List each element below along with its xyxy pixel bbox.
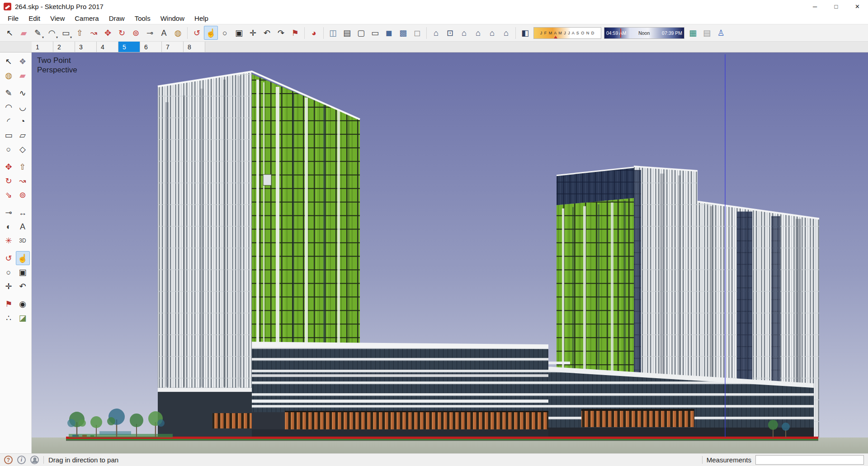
left-view-icon[interactable]: ⌂ (499, 26, 513, 40)
text-tool-icon[interactable]: A (16, 219, 30, 233)
arc-tool-icon-dropdown-caret-icon[interactable]: ▾ (56, 35, 58, 39)
hidden-line-style-icon[interactable]: ▭ (368, 26, 382, 40)
offset-tool-icon[interactable]: ⊚ (129, 26, 143, 40)
menu-view[interactable]: View (45, 13, 70, 24)
right-view-icon[interactable]: ⌂ (471, 26, 485, 40)
protractor-tool-icon[interactable]: ◐ (2, 219, 16, 233)
account-avatar-icon[interactable] (30, 456, 39, 464)
scene-tab-1[interactable]: 1 (32, 42, 53, 52)
viewport-3d-canvas[interactable] (32, 52, 868, 453)
scene-tab-8[interactable]: 8 (184, 42, 205, 52)
shadow-time-slider[interactable]: 04:59 AM Noon 07:39 PM (604, 27, 684, 39)
shadow-date-marker-icon[interactable] (554, 36, 557, 38)
back-edges-style-icon[interactable]: ▤ (340, 26, 354, 40)
orbit-tool-icon[interactable]: ↺ (2, 251, 16, 265)
scene-tab-4[interactable]: 4 (97, 42, 118, 52)
move-tool-icon[interactable]: ✥ (101, 26, 115, 40)
tape-measure-tool-icon[interactable]: ⊸ (2, 205, 16, 219)
walk-tool-icon[interactable]: ∴ (2, 311, 16, 325)
previous-view-icon[interactable]: ↶ (260, 26, 274, 40)
minimize-button[interactable]: ─ (804, 0, 826, 13)
rotate-tool-icon[interactable]: ↻ (2, 174, 16, 188)
freehand-tool-icon[interactable]: ∿ (16, 86, 30, 100)
menu-help[interactable]: Help (189, 13, 213, 24)
scene-tab-5[interactable]: 5 (118, 42, 140, 52)
wireframe-style-icon[interactable]: ▢ (354, 26, 368, 40)
position-camera-icon[interactable]: ⚑ (2, 297, 16, 311)
geolocation-icon[interactable]: ▦ (686, 26, 700, 40)
rectangle-tool-icon-dropdown-caret-icon[interactable]: ▾ (70, 35, 72, 39)
scene-tab-6[interactable]: 6 (140, 42, 162, 52)
rectangle-tool-icon[interactable]: ▭ (2, 128, 16, 142)
front-view-icon[interactable]: ⌂ (457, 26, 471, 40)
eraser-tool-icon[interactable]: ▰ (16, 68, 30, 82)
credits-info-icon[interactable]: i (17, 456, 26, 464)
menu-camera[interactable]: Camera (70, 13, 104, 24)
zoom-window-icon[interactable]: ▣ (16, 265, 30, 279)
scale-tool-icon[interactable]: ⇘ (2, 188, 16, 202)
pushpull-tool-icon[interactable]: ⇧ (73, 26, 87, 40)
rectangle-tool-icon[interactable]: ▭▾ (59, 26, 73, 40)
3d-warehouse-icon[interactable]: ◕ (307, 26, 321, 40)
arc-tool-icon[interactable]: ◠ (2, 100, 16, 114)
top-view-icon[interactable]: ⊡ (443, 26, 457, 40)
followme-tool-icon[interactable]: ↝ (87, 26, 101, 40)
scene-tab-2[interactable]: 2 (53, 42, 75, 52)
shadow-time-marker-icon[interactable] (620, 29, 621, 38)
arc-tool-icon[interactable]: ◠▾ (45, 26, 59, 40)
circle-tool-icon[interactable]: ○ (2, 142, 16, 156)
shaded-style-icon[interactable]: ◼ (382, 26, 396, 40)
text-tool-icon[interactable]: A (157, 26, 171, 40)
select-tool-icon[interactable]: ↖ (2, 54, 16, 68)
maximize-button[interactable]: □ (826, 0, 847, 13)
zoom-tool-icon[interactable]: ○ (218, 26, 232, 40)
menu-tools[interactable]: Tools (130, 13, 156, 24)
scene-tab-7[interactable]: 7 (162, 42, 184, 52)
axes-tool-icon[interactable]: ✳ (2, 233, 16, 247)
photo-texture-icon[interactable]: ▤ (700, 26, 714, 40)
pie-tool-icon[interactable]: ◔ (16, 114, 30, 128)
pan-tool-icon[interactable]: ☝ (204, 26, 218, 40)
position-camera-icon[interactable]: ⚑ (288, 26, 302, 40)
orbit-tool-icon[interactable]: ↺ (190, 26, 204, 40)
make-component-icon[interactable]: ❖ (16, 54, 30, 68)
zoom-extents-icon[interactable]: ✛ (2, 279, 16, 293)
three-point-arc-icon[interactable]: ◜ (2, 114, 16, 128)
paint-bucket-tool-icon[interactable]: ◍ (171, 26, 185, 40)
measurements-input[interactable] (755, 455, 864, 465)
back-view-icon[interactable]: ⌂ (485, 26, 499, 40)
menu-draw[interactable]: Draw (104, 13, 130, 24)
menu-window[interactable]: Window (156, 13, 189, 24)
pan-tool-icon[interactable]: ☝ (16, 251, 30, 265)
polygon-tool-icon[interactable]: ◇ (16, 142, 30, 156)
offset-tool-icon[interactable]: ⊚ (16, 188, 30, 202)
followme-tool-icon[interactable]: ↝ (16, 174, 30, 188)
close-button[interactable]: ✕ (847, 0, 868, 13)
dimension-tool-icon[interactable]: ↔ (16, 205, 30, 219)
shadow-date-slider[interactable]: J F M A M J J A S O N D (533, 27, 601, 39)
paint-bucket-tool-icon[interactable]: ◍ (2, 68, 16, 82)
shaded-textures-style-icon[interactable]: ▩ (396, 26, 410, 40)
move-tool-icon[interactable]: ✥ (2, 160, 16, 174)
line-tool-icon[interactable]: ✎▾ (31, 26, 45, 40)
next-view-icon[interactable]: ↷ (274, 26, 288, 40)
line-tool-icon[interactable]: ✎ (2, 86, 16, 100)
zoom-tool-icon[interactable]: ○ (2, 265, 16, 279)
tape-measure-tool-icon[interactable]: ⊸ (143, 26, 157, 40)
eraser-tool-icon[interactable]: ▰ (17, 26, 31, 40)
look-around-icon[interactable]: ◉ (16, 297, 30, 311)
shadows-toggle-icon[interactable]: ◧ (518, 26, 532, 40)
iso-view-icon[interactable]: ⌂ (429, 26, 443, 40)
zoom-extents-icon[interactable]: ✛ (246, 26, 260, 40)
menu-file[interactable]: File (3, 13, 24, 24)
scale-figure-icon[interactable]: ♙ (714, 26, 728, 40)
monochrome-style-icon[interactable]: ◻ (410, 26, 424, 40)
section-plane-icon[interactable]: ◪ (16, 311, 30, 325)
xray-style-icon[interactable]: ◫ (326, 26, 340, 40)
zoom-window-icon[interactable]: ▣ (232, 26, 246, 40)
geolocation-status-icon[interactable]: ? (4, 456, 13, 464)
rotate-tool-icon[interactable]: ↻ (115, 26, 129, 40)
previous-view-icon[interactable]: ↶ (16, 279, 30, 293)
line-tool-icon-dropdown-caret-icon[interactable]: ▾ (42, 35, 44, 39)
scene-tab-3[interactable]: 3 (75, 42, 97, 52)
